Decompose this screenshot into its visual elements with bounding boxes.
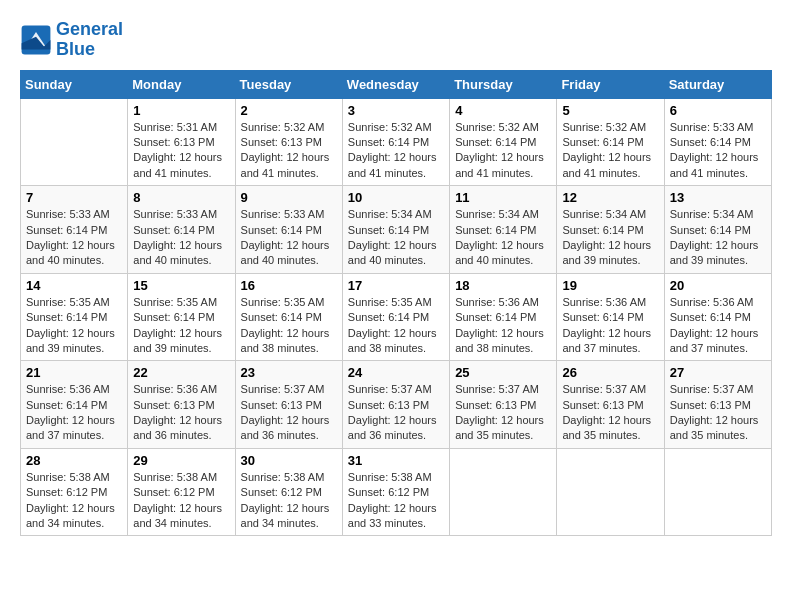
day-info: Sunrise: 5:36 AM Sunset: 6:13 PM Dayligh… (133, 382, 229, 444)
day-number: 22 (133, 365, 229, 380)
day-info: Sunrise: 5:37 AM Sunset: 6:13 PM Dayligh… (455, 382, 551, 444)
sunrise: Sunrise: 5:32 AM (455, 120, 551, 135)
sunset: Sunset: 6:14 PM (348, 135, 444, 150)
day-number: 11 (455, 190, 551, 205)
day-number: 10 (348, 190, 444, 205)
day-number: 13 (670, 190, 766, 205)
calendar-week-2: 7 Sunrise: 5:33 AM Sunset: 6:14 PM Dayli… (21, 186, 772, 274)
daylight: Daylight: 12 hours and 41 minutes. (562, 150, 658, 181)
day-info: Sunrise: 5:38 AM Sunset: 6:12 PM Dayligh… (348, 470, 444, 532)
calendar-week-5: 28 Sunrise: 5:38 AM Sunset: 6:12 PM Dayl… (21, 448, 772, 536)
daylight: Daylight: 12 hours and 33 minutes. (348, 501, 444, 532)
day-info: Sunrise: 5:35 AM Sunset: 6:14 PM Dayligh… (133, 295, 229, 357)
sunset: Sunset: 6:14 PM (455, 135, 551, 150)
calendar-cell: 15 Sunrise: 5:35 AM Sunset: 6:14 PM Dayl… (128, 273, 235, 361)
weekday-header-tuesday: Tuesday (235, 70, 342, 98)
calendar-cell: 18 Sunrise: 5:36 AM Sunset: 6:14 PM Dayl… (450, 273, 557, 361)
sunset: Sunset: 6:14 PM (562, 135, 658, 150)
day-info: Sunrise: 5:34 AM Sunset: 6:14 PM Dayligh… (455, 207, 551, 269)
calendar-cell: 17 Sunrise: 5:35 AM Sunset: 6:14 PM Dayl… (342, 273, 449, 361)
day-info: Sunrise: 5:33 AM Sunset: 6:14 PM Dayligh… (26, 207, 122, 269)
sunrise: Sunrise: 5:38 AM (133, 470, 229, 485)
calendar-cell: 22 Sunrise: 5:36 AM Sunset: 6:13 PM Dayl… (128, 361, 235, 449)
sunset: Sunset: 6:14 PM (348, 223, 444, 238)
sunset: Sunset: 6:13 PM (562, 398, 658, 413)
calendar-week-3: 14 Sunrise: 5:35 AM Sunset: 6:14 PM Dayl… (21, 273, 772, 361)
sunrise: Sunrise: 5:38 AM (26, 470, 122, 485)
sunset: Sunset: 6:14 PM (562, 223, 658, 238)
day-number: 14 (26, 278, 122, 293)
sunrise: Sunrise: 5:37 AM (562, 382, 658, 397)
day-number: 23 (241, 365, 337, 380)
day-number: 8 (133, 190, 229, 205)
day-number: 6 (670, 103, 766, 118)
calendar-cell: 6 Sunrise: 5:33 AM Sunset: 6:14 PM Dayli… (664, 98, 771, 186)
day-info: Sunrise: 5:35 AM Sunset: 6:14 PM Dayligh… (26, 295, 122, 357)
calendar-cell (21, 98, 128, 186)
calendar-cell: 25 Sunrise: 5:37 AM Sunset: 6:13 PM Dayl… (450, 361, 557, 449)
day-number: 30 (241, 453, 337, 468)
day-info: Sunrise: 5:36 AM Sunset: 6:14 PM Dayligh… (562, 295, 658, 357)
day-number: 18 (455, 278, 551, 293)
day-info: Sunrise: 5:35 AM Sunset: 6:14 PM Dayligh… (348, 295, 444, 357)
daylight: Daylight: 12 hours and 34 minutes. (241, 501, 337, 532)
calendar-cell: 12 Sunrise: 5:34 AM Sunset: 6:14 PM Dayl… (557, 186, 664, 274)
day-number: 31 (348, 453, 444, 468)
sunrise: Sunrise: 5:32 AM (562, 120, 658, 135)
day-info: Sunrise: 5:33 AM Sunset: 6:14 PM Dayligh… (670, 120, 766, 182)
daylight: Daylight: 12 hours and 41 minutes. (670, 150, 766, 181)
calendar-cell: 9 Sunrise: 5:33 AM Sunset: 6:14 PM Dayli… (235, 186, 342, 274)
calendar-cell: 19 Sunrise: 5:36 AM Sunset: 6:14 PM Dayl… (557, 273, 664, 361)
weekday-header-friday: Friday (557, 70, 664, 98)
daylight: Daylight: 12 hours and 39 minutes. (670, 238, 766, 269)
calendar-cell: 20 Sunrise: 5:36 AM Sunset: 6:14 PM Dayl… (664, 273, 771, 361)
sunset: Sunset: 6:14 PM (455, 310, 551, 325)
calendar-week-4: 21 Sunrise: 5:36 AM Sunset: 6:14 PM Dayl… (21, 361, 772, 449)
calendar-week-1: 1 Sunrise: 5:31 AM Sunset: 6:13 PM Dayli… (21, 98, 772, 186)
day-info: Sunrise: 5:38 AM Sunset: 6:12 PM Dayligh… (241, 470, 337, 532)
sunset: Sunset: 6:14 PM (562, 310, 658, 325)
calendar-cell: 28 Sunrise: 5:38 AM Sunset: 6:12 PM Dayl… (21, 448, 128, 536)
daylight: Daylight: 12 hours and 39 minutes. (562, 238, 658, 269)
daylight: Daylight: 12 hours and 36 minutes. (241, 413, 337, 444)
day-number: 26 (562, 365, 658, 380)
sunrise: Sunrise: 5:38 AM (241, 470, 337, 485)
calendar-cell: 14 Sunrise: 5:35 AM Sunset: 6:14 PM Dayl… (21, 273, 128, 361)
sunrise: Sunrise: 5:36 AM (455, 295, 551, 310)
daylight: Daylight: 12 hours and 38 minutes. (348, 326, 444, 357)
daylight: Daylight: 12 hours and 38 minutes. (455, 326, 551, 357)
calendar-cell: 1 Sunrise: 5:31 AM Sunset: 6:13 PM Dayli… (128, 98, 235, 186)
day-number: 28 (26, 453, 122, 468)
daylight: Daylight: 12 hours and 41 minutes. (348, 150, 444, 181)
weekday-header-monday: Monday (128, 70, 235, 98)
daylight: Daylight: 12 hours and 36 minutes. (133, 413, 229, 444)
calendar-cell (450, 448, 557, 536)
day-number: 17 (348, 278, 444, 293)
day-number: 24 (348, 365, 444, 380)
weekday-header-saturday: Saturday (664, 70, 771, 98)
sunset: Sunset: 6:14 PM (26, 398, 122, 413)
daylight: Daylight: 12 hours and 35 minutes. (455, 413, 551, 444)
calendar-cell: 24 Sunrise: 5:37 AM Sunset: 6:13 PM Dayl… (342, 361, 449, 449)
daylight: Daylight: 12 hours and 39 minutes. (133, 326, 229, 357)
sunset: Sunset: 6:13 PM (670, 398, 766, 413)
sunrise: Sunrise: 5:37 AM (455, 382, 551, 397)
day-info: Sunrise: 5:34 AM Sunset: 6:14 PM Dayligh… (348, 207, 444, 269)
day-number: 29 (133, 453, 229, 468)
daylight: Daylight: 12 hours and 40 minutes. (133, 238, 229, 269)
day-number: 9 (241, 190, 337, 205)
sunset: Sunset: 6:14 PM (26, 310, 122, 325)
sunset: Sunset: 6:13 PM (133, 135, 229, 150)
day-info: Sunrise: 5:32 AM Sunset: 6:14 PM Dayligh… (562, 120, 658, 182)
daylight: Daylight: 12 hours and 35 minutes. (562, 413, 658, 444)
sunrise: Sunrise: 5:32 AM (348, 120, 444, 135)
daylight: Daylight: 12 hours and 40 minutes. (455, 238, 551, 269)
day-info: Sunrise: 5:38 AM Sunset: 6:12 PM Dayligh… (133, 470, 229, 532)
calendar-cell: 23 Sunrise: 5:37 AM Sunset: 6:13 PM Dayl… (235, 361, 342, 449)
daylight: Daylight: 12 hours and 37 minutes. (562, 326, 658, 357)
sunset: Sunset: 6:14 PM (241, 223, 337, 238)
logo-text: General Blue (56, 20, 123, 60)
day-info: Sunrise: 5:35 AM Sunset: 6:14 PM Dayligh… (241, 295, 337, 357)
day-number: 4 (455, 103, 551, 118)
sunrise: Sunrise: 5:37 AM (670, 382, 766, 397)
